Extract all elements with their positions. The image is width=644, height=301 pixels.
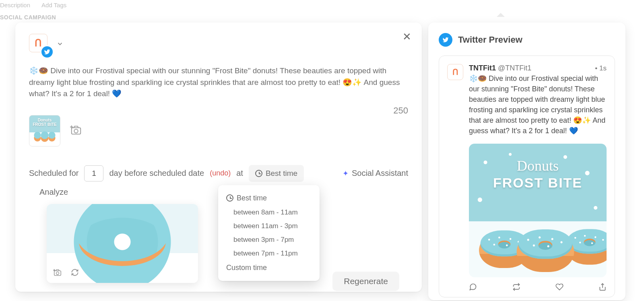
social-assistant-button[interactable]: ✦ Social Assistant <box>343 169 408 178</box>
character-count: 250 <box>29 105 408 116</box>
dropdown-custom-time[interactable]: Custom time <box>218 260 320 275</box>
preview-panel: Twitter Preview ᑎ TNTFit1 @TNTFit1 • 1s … <box>428 23 625 300</box>
dropdown-option-3[interactable]: └between 7pm - 11pm <box>218 247 320 260</box>
undo-link[interactable]: (undo) <box>210 169 231 177</box>
background-faded: Description Add Tags SOCIAL CAMPAIGN mpl <box>0 0 644 24</box>
replace-image-icon[interactable] <box>53 268 62 278</box>
schedule-at-label: at <box>236 169 243 178</box>
compose-textarea[interactable]: ❄️🍩 Dive into our Frostival special with… <box>29 65 408 100</box>
dropdown-best-time-header[interactable]: Best time <box>218 191 320 206</box>
thumb-title-line1: Donuts <box>38 118 52 122</box>
dropdown-option-2[interactable]: └between 3pm - 7pm <box>218 233 320 247</box>
tweet-image: Donuts FROST BITE <box>469 144 607 277</box>
tweet-actions <box>469 283 607 293</box>
retweet-icon[interactable] <box>512 283 521 293</box>
thumb-title-line2: FROST BITE <box>33 122 56 127</box>
tweet-avatar: ᑎ <box>447 64 463 80</box>
tweet-image-title-1: Donuts <box>517 158 559 174</box>
image-editor-card <box>47 204 198 283</box>
preview-title: Twitter Preview <box>458 35 522 45</box>
account-selector[interactable]: ᑎ <box>29 34 408 56</box>
account-avatar: ᑎ <box>29 34 51 56</box>
chevron-down-icon[interactable] <box>56 40 64 49</box>
dropdown-option-1[interactable]: └between 11am - 3pm <box>218 219 320 233</box>
panel-caret-icon <box>497 13 505 17</box>
add-media-icon[interactable] <box>70 124 82 137</box>
bg-section-title: SOCIAL CAMPAIGN <box>0 14 644 21</box>
sparkle-icon: ✦ <box>343 169 349 178</box>
reply-icon[interactable] <box>469 283 477 293</box>
schedule-row: Scheduled for day before scheduled date … <box>29 165 408 197</box>
svg-point-5 <box>56 272 59 274</box>
twitter-icon <box>439 33 452 47</box>
refresh-icon[interactable] <box>71 268 79 278</box>
clock-icon <box>255 170 262 177</box>
tweet-account-name: TNTFit1 <box>469 64 496 72</box>
twitter-badge-icon <box>40 45 54 59</box>
tweet-timestamp: • 1s <box>595 64 607 72</box>
analyze-button[interactable]: Analyze <box>39 188 68 197</box>
tweet-image-title-2: FROST BITE <box>469 175 607 191</box>
best-time-label: Best time <box>266 169 297 178</box>
svg-point-1 <box>74 129 78 133</box>
schedule-label-mid: day before scheduled date <box>109 169 204 178</box>
close-button[interactable]: ✕ <box>402 31 411 42</box>
attached-image-thumbnail[interactable]: Donuts FROST BITE <box>29 115 60 146</box>
analyze-label: Analyze <box>39 188 68 197</box>
dropdown-option-0[interactable]: └between 8am - 11am <box>218 206 320 219</box>
schedule-label-prefix: Scheduled for <box>29 169 78 178</box>
bg-add-tags: Add Tags <box>41 2 66 8</box>
bg-description-link: Description <box>0 2 30 8</box>
social-assistant-label: Social Assistant <box>352 169 408 178</box>
tweet-card: ᑎ TNTFit1 @TNTFit1 • 1s ❄️🍩 Dive into ou… <box>439 56 615 297</box>
share-icon[interactable] <box>599 283 607 293</box>
days-before-input[interactable] <box>84 165 103 181</box>
tweet-handle: @TNTFit1 <box>498 64 531 72</box>
clock-icon <box>226 194 233 202</box>
best-time-dropdown: Best time └between 8am - 11am └between 1… <box>218 185 320 281</box>
tweet-body: ❄️🍩 Dive into our Frostival special with… <box>469 73 607 136</box>
best-time-button[interactable]: Best time <box>249 165 304 182</box>
regenerate-button[interactable]: Regenerate <box>332 272 399 291</box>
compose-panel: ✕ ᑎ ❄️🍩 Dive into our Frostival special … <box>15 23 422 292</box>
like-icon[interactable] <box>555 283 564 293</box>
